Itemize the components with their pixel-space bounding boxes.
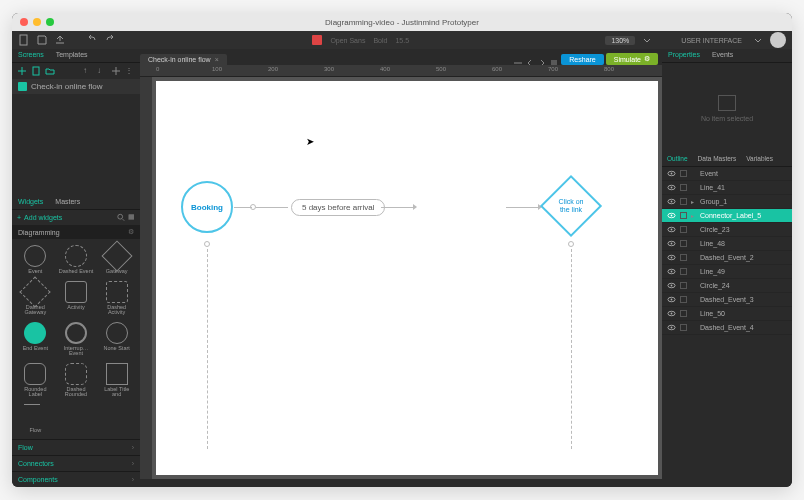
move-up-icon[interactable]: ↑ <box>83 66 93 76</box>
font-weight-label[interactable]: Bold <box>373 37 387 44</box>
tab-screens[interactable]: Screens <box>12 49 50 62</box>
visibility-eye-icon[interactable] <box>667 197 676 206</box>
move-down-icon[interactable]: ↓ <box>97 66 107 76</box>
widget-dashed-event[interactable]: Dashed Event <box>57 243 96 277</box>
widget-gateway[interactable]: Gateway <box>97 243 136 277</box>
dots-icon[interactable]: ⋮ <box>125 66 135 76</box>
visibility-eye-icon[interactable] <box>667 267 676 276</box>
section-diagramming[interactable]: Diagramming ⚙ <box>12 225 140 239</box>
outline-row[interactable]: Dashed_Event_3 <box>662 293 792 307</box>
outline-row[interactable]: Line_49 <box>662 265 792 279</box>
folder-icon[interactable] <box>45 66 55 76</box>
widget-dashed-activity[interactable]: Dashed Activity <box>97 279 136 318</box>
checkbox[interactable] <box>680 170 687 177</box>
close-window-button[interactable] <box>20 18 28 26</box>
decision-gateway-shape[interactable]: Click on the link <box>541 176 601 236</box>
document-tab[interactable]: Check-in online flow × <box>140 54 227 65</box>
visibility-eye-icon[interactable] <box>667 211 676 220</box>
widget-dashed-rounded[interactable]: Dashed Rounded <box>57 361 96 400</box>
widget-event[interactable]: Event <box>16 243 55 277</box>
tab-properties[interactable]: Properties <box>662 49 706 62</box>
outline-row[interactable]: Line_41 <box>662 181 792 195</box>
menu-icon[interactable] <box>549 54 559 64</box>
widget-flow[interactable]: Flow <box>16 402 55 436</box>
visibility-eye-icon[interactable] <box>667 309 676 318</box>
outline-row[interactable]: ▸Group_1 <box>662 195 792 209</box>
grid-icon[interactable]: ▦ <box>128 213 135 222</box>
visibility-eye-icon[interactable] <box>667 225 676 234</box>
visibility-eye-icon[interactable] <box>667 239 676 248</box>
gear-icon[interactable]: ⚙ <box>128 228 134 236</box>
forward-icon[interactable] <box>537 54 547 64</box>
redo-icon[interactable] <box>104 34 116 46</box>
ui-mode-dropdown[interactable]: USER INTERFACE <box>677 37 746 44</box>
canvas[interactable]: ➤ Booking 5 days before arrival Click on… <box>156 81 658 475</box>
checkbox[interactable] <box>680 254 687 261</box>
connector-line[interactable] <box>234 207 252 208</box>
outline-row[interactable]: ▸Connector_Label_5 <box>662 209 792 223</box>
add-screen-icon[interactable] <box>17 66 27 76</box>
checkbox[interactable] <box>680 198 687 205</box>
checkbox[interactable] <box>680 226 687 233</box>
tab-widgets[interactable]: Widgets <box>12 196 49 209</box>
connector-label[interactable]: 5 days before arrival <box>291 199 385 216</box>
outline-row[interactable]: Event <box>662 167 792 181</box>
connector-node[interactable] <box>568 241 574 247</box>
zoom-level[interactable]: 130% <box>605 36 635 45</box>
align-icon[interactable] <box>513 54 523 64</box>
visibility-eye-icon[interactable] <box>667 169 676 178</box>
chevron-down-icon[interactable] <box>752 34 764 46</box>
outline-row[interactable]: Dashed_Event_4 <box>662 321 792 335</box>
category-flow[interactable]: Flow› <box>12 439 140 455</box>
outline-row[interactable]: Dashed_Event_2 <box>662 251 792 265</box>
connector-line[interactable] <box>381 207 413 208</box>
checkbox[interactable] <box>680 324 687 331</box>
tab-masters[interactable]: Masters <box>49 196 86 209</box>
tab-events[interactable]: Events <box>706 49 739 62</box>
category-connectors[interactable]: Connectors› <box>12 455 140 471</box>
visibility-eye-icon[interactable] <box>667 183 676 192</box>
category-components[interactable]: Components› <box>12 471 140 487</box>
checkbox[interactable] <box>680 282 687 289</box>
dashed-connector[interactable] <box>571 249 572 449</box>
back-icon[interactable] <box>525 54 535 64</box>
widget-interrupt-event[interactable]: Interrup… Event <box>57 320 96 359</box>
font-color-swatch[interactable] <box>312 35 322 45</box>
font-size-label[interactable]: 15.5 <box>395 37 409 44</box>
widget-dashed-gateway[interactable]: Dashed Gateway <box>16 279 55 318</box>
widget-none-start[interactable]: None Start <box>97 320 136 359</box>
add-widgets-row[interactable]: + Add widgets ▦ <box>12 210 140 225</box>
tab-variables[interactable]: Variables <box>741 153 778 166</box>
new-file-icon[interactable] <box>18 34 30 46</box>
undo-icon[interactable] <box>86 34 98 46</box>
connector-line[interactable] <box>256 207 288 208</box>
simulate-button[interactable]: Simulate ⚙ <box>606 53 658 65</box>
outline-row[interactable]: Circle_23 <box>662 223 792 237</box>
visibility-eye-icon[interactable] <box>667 323 676 332</box>
visibility-eye-icon[interactable] <box>667 253 676 262</box>
checkbox[interactable] <box>680 268 687 275</box>
tab-templates[interactable]: Templates <box>50 49 94 62</box>
widget-activity[interactable]: Activity <box>57 279 96 318</box>
export-icon[interactable] <box>54 34 66 46</box>
outline-row[interactable]: Line_50 <box>662 307 792 321</box>
reshare-button[interactable]: Reshare <box>561 54 603 65</box>
connector-line[interactable] <box>506 207 538 208</box>
search-icon[interactable] <box>117 213 125 222</box>
tab-outline[interactable]: Outline <box>662 153 693 166</box>
screen-list-item[interactable]: Check-in online flow <box>12 79 140 94</box>
checkbox[interactable] <box>680 310 687 317</box>
checkbox[interactable] <box>680 296 687 303</box>
page-icon[interactable] <box>31 66 41 76</box>
close-tab-icon[interactable]: × <box>215 56 219 63</box>
save-icon[interactable] <box>36 34 48 46</box>
expand-caret-icon[interactable]: ▸ <box>691 198 696 205</box>
collapse-icon[interactable] <box>111 66 121 76</box>
widget-rounded-label[interactable]: Rounded Label <box>16 361 55 400</box>
widget-label-title[interactable]: Label Title and <box>97 361 136 400</box>
maximize-window-button[interactable] <box>46 18 54 26</box>
dashed-connector[interactable] <box>207 249 208 449</box>
canvas-area[interactable]: ➤ Booking 5 days before arrival Click on… <box>140 77 662 479</box>
checkbox[interactable] <box>680 184 687 191</box>
visibility-eye-icon[interactable] <box>667 295 676 304</box>
